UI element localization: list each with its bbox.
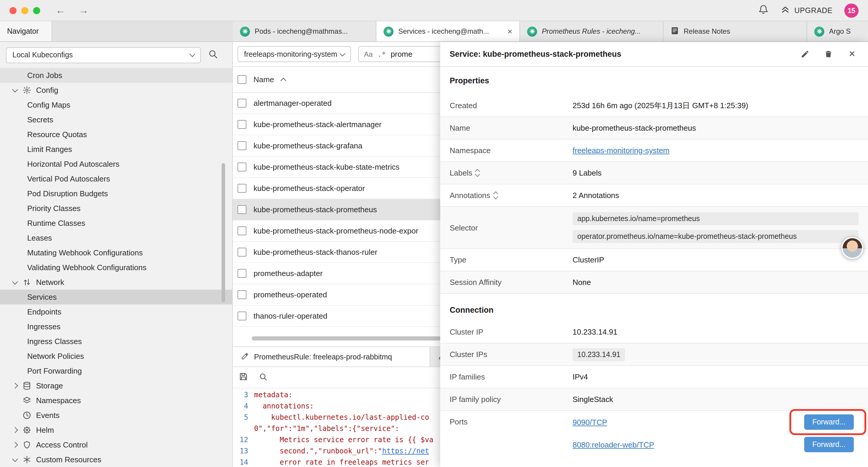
- window-zoom-button[interactable]: [33, 7, 40, 14]
- code-text: kubectl.kubernetes.io/last-applied-co: [254, 412, 429, 423]
- dock-tab-prometheusrule[interactable]: PrometheusRule: freeleaps-prod-rabbitmq: [233, 347, 430, 367]
- sidebar-item-label: Priority Classes: [27, 204, 81, 213]
- tab-release-notes[interactable]: Release Notes: [663, 21, 807, 41]
- sidebar-item-port-forwarding[interactable]: Port Forwarding: [0, 363, 232, 378]
- drawer-title: Service: kube-prometheus-stack-prometheu…: [450, 50, 788, 59]
- namespace-link[interactable]: freeleaps-monitoring-system: [572, 146, 670, 155]
- search-input[interactable]: [391, 50, 438, 59]
- upgrade-button[interactable]: UPGRADE: [781, 5, 833, 16]
- sidebar-group-storage[interactable]: Storage: [0, 378, 232, 393]
- sidebar-item-priority-classes[interactable]: Priority Classes: [0, 201, 232, 216]
- edit-pencil-icon[interactable]: [798, 48, 811, 61]
- port-forward-button[interactable]: Forward...: [804, 437, 854, 452]
- sidebar-item-vertical-pod-autoscalers[interactable]: Vertical Pod Autoscalers: [0, 171, 232, 186]
- sidebar-item-namespaces[interactable]: Namespaces: [0, 393, 232, 408]
- history-forward-button[interactable]: →: [79, 4, 89, 16]
- sidebar-item-resource-quotas[interactable]: Resource Quotas: [0, 127, 232, 142]
- sidebar-item-cron-jobs[interactable]: Cron Jobs: [0, 68, 232, 83]
- expand-collapse-icon[interactable]: [476, 170, 479, 176]
- sidebar-item-ingresses[interactable]: Ingresses: [0, 319, 232, 334]
- match-case-toggle[interactable]: Aa: [364, 50, 373, 58]
- navigator-panel-tab[interactable]: Navigator: [0, 21, 52, 41]
- port-entry: 8080:reloader-web/TCP Forward...: [572, 433, 859, 456]
- row-checkbox[interactable]: [238, 269, 246, 278]
- row-checkbox[interactable]: [238, 226, 246, 235]
- row-value: None: [572, 278, 859, 287]
- access-control-icon: [22, 440, 31, 449]
- sidebar-scrollbar[interactable]: [222, 163, 225, 302]
- sidebar-item-limit-ranges[interactable]: Limit Ranges: [0, 142, 232, 157]
- network-icon: [22, 278, 31, 287]
- expand-collapse-icon[interactable]: [494, 192, 497, 199]
- code-url-link[interactable]: https://net: [382, 447, 429, 455]
- tab-argo[interactable]: Argo S: [807, 21, 868, 41]
- delete-trash-icon[interactable]: [822, 48, 835, 61]
- properties-section-heading: Properties: [440, 67, 868, 95]
- chevron-down-icon: [12, 279, 18, 284]
- sidebar-group-access-control[interactable]: Access Control: [0, 437, 232, 452]
- sidebar-item-endpoints[interactable]: Endpoints: [0, 304, 232, 319]
- labels-count[interactable]: 9 Labels: [572, 169, 859, 177]
- sidebar-search-icon[interactable]: [208, 49, 218, 61]
- drawer-close-icon[interactable]: ×: [845, 48, 859, 61]
- table-horizontal-scrollbar[interactable]: [252, 337, 441, 341]
- sidebar-item-ingress-classes[interactable]: Ingress Classes: [0, 334, 232, 349]
- sidebar-group-config[interactable]: Config: [0, 83, 232, 97]
- sort-ascending-icon[interactable]: [280, 78, 286, 84]
- row-checkbox[interactable]: [238, 205, 246, 214]
- save-icon[interactable]: [239, 372, 248, 383]
- sidebar-group-custom-resources[interactable]: Custom Resources: [0, 452, 232, 467]
- chevron-down-icon: [189, 51, 195, 57]
- editor-search-icon[interactable]: [259, 372, 268, 383]
- sidebar-item-leases[interactable]: Leases: [0, 231, 232, 245]
- select-all-checkbox[interactable]: [238, 75, 246, 84]
- annotations-count[interactable]: 2 Annotations: [572, 191, 859, 200]
- regex-toggle[interactable]: .*: [377, 50, 386, 58]
- row-checkbox[interactable]: [238, 184, 246, 193]
- tab-pods[interactable]: Pods - icecheng@mathmas...: [233, 21, 376, 41]
- row-label: Labels: [450, 169, 472, 177]
- namespace-selector[interactable]: freeleaps-monitoring-system: [238, 46, 351, 62]
- row-checkbox[interactable]: [238, 141, 246, 150]
- sidebar-item-validating-webhook-configurations[interactable]: Validating Webhook Configurations: [0, 260, 232, 275]
- row-checkbox[interactable]: [238, 99, 246, 108]
- sidebar-item-label: Port Forwarding: [27, 367, 82, 375]
- sidebar-group-network[interactable]: Network: [0, 275, 232, 290]
- floating-avatar[interactable]: [841, 237, 863, 259]
- row-label: Type: [450, 255, 572, 264]
- port-link-9090[interactable]: 9090/TCP: [572, 418, 607, 427]
- row-checkbox[interactable]: [238, 312, 246, 320]
- sidebar-item-pod-disruption-budgets[interactable]: Pod Disruption Budgets: [0, 186, 232, 201]
- row-label: Created: [450, 101, 572, 110]
- service-name: alertmanager-operated: [253, 99, 332, 108]
- sidebar-item-horizontal-pod-autoscalers[interactable]: Horizontal Pod Autoscalers: [0, 157, 232, 171]
- port-forward-button[interactable]: Forward...: [804, 414, 854, 430]
- port-link-8080[interactable]: 8080:reloader-web/TCP: [572, 440, 654, 449]
- tab-prometheus-rules[interactable]: Prometheus Rules - icecheng...: [520, 21, 663, 41]
- sidebar-item-label: Secrets: [27, 115, 53, 124]
- name-column-header[interactable]: Name: [253, 75, 274, 84]
- line-number: 3: [233, 389, 254, 401]
- sidebar-item-network-policies[interactable]: Network Policies: [0, 349, 232, 363]
- window-minimize-button[interactable]: [21, 7, 28, 14]
- service-name: prometheus-adapter: [253, 269, 322, 278]
- window-close-button[interactable]: [9, 7, 17, 14]
- row-checkbox[interactable]: [238, 120, 246, 129]
- sidebar-item-services[interactable]: Services: [0, 290, 232, 304]
- tab-services[interactable]: Services - icecheng@math... ×: [376, 21, 520, 41]
- row-label: Cluster IP: [450, 327, 572, 337]
- sidebar-item-mutating-webhook-configurations[interactable]: Mutating Webhook Configurations: [0, 245, 232, 260]
- sidebar-item-runtime-classes[interactable]: Runtime Classes: [0, 216, 232, 231]
- tab-close-icon[interactable]: ×: [507, 27, 512, 36]
- sidebar-item-secrets[interactable]: Secrets: [0, 112, 232, 127]
- row-checkbox[interactable]: [238, 290, 246, 299]
- notification-count-badge[interactable]: 15: [844, 3, 859, 18]
- row-checkbox[interactable]: [238, 163, 246, 171]
- row-checkbox[interactable]: [238, 248, 246, 257]
- sidebar-item-config-maps[interactable]: Config Maps: [0, 97, 232, 112]
- kubeconfig-selector[interactable]: Local Kubeconfigs: [6, 47, 201, 63]
- sidebar-item-events[interactable]: Events: [0, 408, 232, 423]
- sidebar-group-helm[interactable]: Helm: [0, 423, 232, 437]
- notifications-bell-icon[interactable]: [758, 4, 769, 17]
- history-back-button[interactable]: ←: [56, 4, 66, 16]
